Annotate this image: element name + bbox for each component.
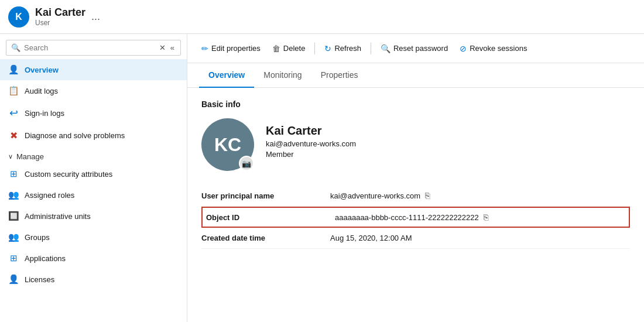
field-label-upn: User principal name — [201, 191, 330, 200]
sidebar-item-assigned-roles[interactable]: 👥 Assigned roles — [0, 184, 187, 205]
sidebar-item-applications-label: Applications — [25, 254, 66, 263]
tab-properties[interactable]: Properties — [311, 63, 368, 88]
search-clear-button[interactable]: ✕ — [158, 43, 167, 52]
manage-section-label: Manage — [16, 152, 44, 161]
revoke-icon: ⊘ — [460, 44, 467, 53]
header-more-options-button[interactable]: ... — [91, 11, 100, 23]
sidebar-item-diagnose-label: Diagnose and solve problems — [25, 131, 125, 140]
tab-overview[interactable]: Overview — [199, 63, 254, 88]
tab-monitoring[interactable]: Monitoring — [254, 63, 311, 88]
sidebar-item-licenses[interactable]: 👤 Licenses — [0, 269, 187, 290]
reset-password-icon: 🔍 — [381, 44, 390, 53]
search-collapse-button[interactable]: « — [169, 43, 176, 52]
profile-type: Member — [266, 150, 356, 159]
applications-icon: ⊞ — [8, 253, 19, 263]
content-area: ✏ Edit properties 🗑 Delete ↻ Refresh 🔍 R… — [187, 34, 644, 322]
overview-content: Basic info KC 📷 Kai Carter kai@adventure… — [187, 88, 644, 322]
field-row-created-date: Created date time Aug 15, 2020, 12:00 AM — [201, 228, 630, 249]
sidebar-item-sign-in-logs-label: Sign-in logs — [25, 109, 64, 118]
sidebar-item-custom-security[interactable]: ⊞ Custom security attributes — [0, 163, 187, 184]
sidebar-item-overview[interactable]: 👤 Overview — [0, 59, 187, 80]
header-user-info: Kai Carter User — [35, 6, 85, 28]
field-label-created-date: Created date time — [201, 234, 330, 242]
edit-icon: ✏ — [201, 44, 208, 53]
top-header: K Kai Carter User ... — [0, 0, 644, 34]
sidebar-item-groups-label: Groups — [25, 233, 50, 242]
admin-units-icon: 🔲 — [8, 211, 19, 221]
field-value-upn: kai@adventure-works.com ⎘ — [330, 191, 630, 200]
sidebar-item-admin-units-label: Administrative units — [25, 212, 91, 221]
main-layout: 🔍 ✕ « 👤 Overview 📋 Audit logs ↩ Sign-in … — [0, 34, 644, 322]
search-bar: 🔍 ✕ « — [6, 40, 181, 56]
refresh-icon: ↻ — [324, 44, 331, 53]
field-value-created-date: Aug 15, 2020, 12:00 AM — [330, 234, 630, 242]
revoke-sessions-button[interactable]: ⊘ Revoke sessions — [455, 41, 532, 56]
toolbar: ✏ Edit properties 🗑 Delete ↻ Refresh 🔍 R… — [187, 34, 644, 63]
search-icon: 🔍 — [11, 43, 20, 52]
manage-chevron-icon: ∨ — [8, 153, 13, 160]
edit-properties-button[interactable]: ✏ Edit properties — [197, 41, 265, 56]
sidebar-item-applications[interactable]: ⊞ Applications — [0, 248, 187, 269]
assigned-roles-icon: 👥 — [8, 190, 19, 200]
field-label-object-id: Object ID — [206, 213, 335, 222]
audit-logs-icon: 📋 — [8, 85, 19, 96]
manage-section-header[interactable]: ∨ Manage — [0, 146, 187, 163]
refresh-button[interactable]: ↻ Refresh — [320, 41, 366, 56]
delete-button[interactable]: 🗑 Delete — [268, 41, 310, 56]
section-title: Basic info — [201, 100, 630, 109]
delete-icon: 🗑 — [272, 44, 280, 53]
copy-upn-button[interactable]: ⎘ — [425, 191, 430, 200]
sidebar-item-sign-in-logs[interactable]: ↩ Sign-in logs — [0, 101, 187, 125]
profile-info: Kai Carter kai@adventure-works.com Membe… — [266, 118, 356, 159]
info-fields: User principal name kai@adventure-works.… — [201, 185, 630, 249]
tabs-bar: Overview Monitoring Properties — [187, 63, 644, 88]
search-input[interactable] — [24, 43, 156, 52]
custom-security-icon: ⊞ — [8, 169, 19, 179]
toolbar-divider — [314, 43, 315, 54]
sidebar-item-diagnose[interactable]: ✖ Diagnose and solve problems — [0, 125, 187, 146]
profile-name: Kai Carter — [266, 124, 356, 138]
groups-icon: 👥 — [8, 232, 19, 242]
field-row-upn: User principal name kai@adventure-works.… — [201, 185, 630, 207]
sign-in-icon: ↩ — [8, 107, 19, 119]
header-user-name: Kai Carter — [35, 6, 85, 19]
sidebar-item-overview-label: Overview — [25, 66, 59, 74]
toolbar-divider-2 — [371, 43, 371, 54]
sidebar-item-assigned-roles-label: Assigned roles — [25, 191, 74, 200]
sidebar-item-audit-logs[interactable]: 📋 Audit logs — [0, 80, 187, 101]
sidebar-item-admin-units[interactable]: 🔲 Administrative units — [0, 205, 187, 227]
profile-row: KC 📷 Kai Carter kai@adventure-works.com … — [201, 118, 630, 171]
sidebar-item-audit-logs-label: Audit logs — [25, 87, 58, 95]
profile-email: kai@adventure-works.com — [266, 139, 356, 148]
avatar-wrapper: KC 📷 — [201, 118, 254, 171]
sidebar-item-licenses-label: Licenses — [25, 275, 54, 284]
header-user-role: User — [35, 19, 85, 27]
reset-password-button[interactable]: 🔍 Reset password — [376, 41, 453, 56]
sidebar: 🔍 ✕ « 👤 Overview 📋 Audit logs ↩ Sign-in … — [0, 34, 187, 322]
field-value-object-id: aaaaaaaa-bbbb-cccc-1111-222222222222 ⎘ — [335, 213, 625, 222]
search-actions: ✕ « — [158, 43, 176, 52]
overview-icon: 👤 — [8, 64, 19, 75]
diagnose-icon: ✖ — [8, 130, 19, 141]
camera-badge-button[interactable]: 📷 — [239, 156, 254, 171]
copy-object-id-button[interactable]: ⎘ — [484, 213, 488, 222]
licenses-icon: 👤 — [8, 274, 19, 285]
header-avatar: K — [8, 6, 29, 28]
sidebar-item-groups[interactable]: 👥 Groups — [0, 227, 187, 248]
sidebar-item-custom-security-label: Custom security attributes — [25, 170, 112, 179]
field-row-object-id: Object ID aaaaaaaa-bbbb-cccc-1111-222222… — [201, 207, 630, 228]
